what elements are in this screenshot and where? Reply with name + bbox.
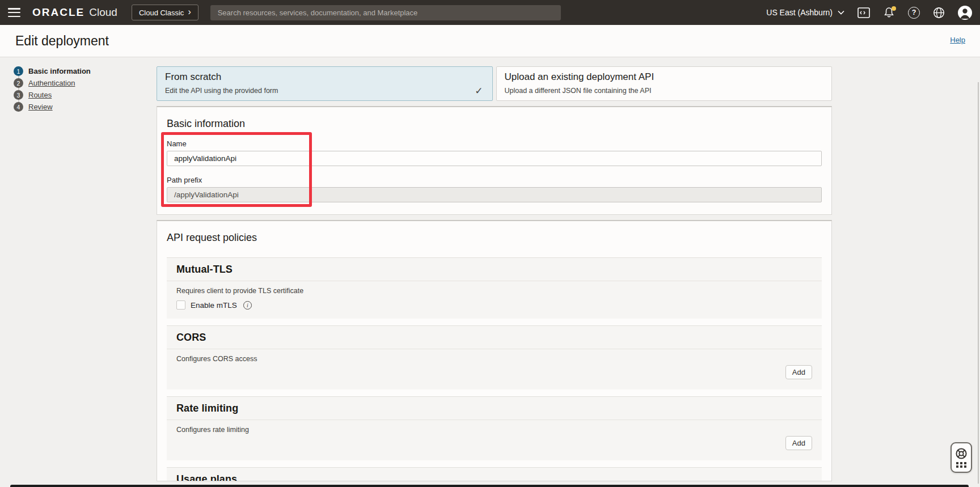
policy-body: Configures rate limiting Add (167, 420, 822, 460)
api-request-policies-section: API request policies Mutual-TLS Requires… (157, 220, 832, 481)
step-number-badge: 1 (14, 66, 23, 76)
policy-title: CORS (167, 326, 822, 349)
page-title: Edit deployment (15, 33, 109, 49)
brand-oracle: ORACLE (32, 6, 85, 19)
info-glyph: i (247, 302, 248, 308)
hamburger-menu-icon[interactable] (8, 8, 20, 17)
oracle-cloud-logo[interactable]: ORACLE Cloud (32, 6, 117, 19)
card-title: From scratch (165, 71, 484, 83)
enable-mtls-checkbox[interactable] (176, 300, 185, 310)
policy-description: Configures rate limiting (176, 426, 812, 434)
chevron-right-icon: › (188, 7, 191, 16)
name-field-label: Name (167, 139, 822, 148)
step-number-badge: 4 (14, 102, 23, 112)
policy-title: Mutual-TLS (167, 258, 822, 281)
wizard-step-authentication[interactable]: 2 Authentication (14, 78, 91, 88)
life-ring-icon (955, 447, 968, 460)
basic-information-section: Basic information Name Path prefix (157, 106, 832, 215)
topbar: ORACLE Cloud Cloud Classic › US East (As… (0, 0, 980, 25)
grid-dots-icon (956, 462, 966, 468)
policy-cors: CORS Configures CORS access Add (167, 325, 822, 389)
globe-icon[interactable] (933, 7, 945, 19)
step-label: Routes (28, 91, 52, 99)
card-upload-existing-api[interactable]: Upload an existing deployment API Upload… (496, 66, 833, 101)
card-subtitle: Edit the API using the provided form (165, 87, 484, 95)
info-icon[interactable]: i (243, 301, 252, 310)
section-title: API request policies (167, 221, 822, 244)
window-bottom-edge (10, 485, 969, 487)
policy-usage-plans: Usage plans Configures usage plans Add (167, 467, 822, 481)
cloud-classic-button[interactable]: Cloud Classic › (132, 5, 198, 20)
policy-rate-limiting: Rate limiting Configures rate limiting A… (167, 396, 822, 460)
question-glyph: ? (912, 9, 916, 16)
path-prefix-input (167, 187, 822, 202)
name-input[interactable] (167, 151, 822, 166)
help-circle-icon[interactable]: ? (908, 7, 920, 19)
card-from-scratch[interactable]: From scratch Edit the API using the prov… (157, 66, 493, 101)
section-title: Basic information (167, 107, 822, 130)
creation-mode-cards: From scratch Edit the API using the prov… (157, 66, 832, 101)
enable-mtls-row: Enable mTLS i (176, 300, 812, 310)
policy-body: Configures CORS access Add (167, 349, 822, 389)
step-number-badge: 2 (14, 78, 23, 88)
region-label: US East (Ashburn) (766, 8, 833, 17)
selected-check-icon: ✓ (475, 85, 483, 97)
help-link[interactable]: Help (950, 36, 965, 44)
policy-body: Requires client to provide TLS certifica… (167, 281, 822, 319)
content-area: 1 Basic information 2 Authentication 3 R… (0, 57, 980, 487)
brand-cloud: Cloud (89, 6, 117, 19)
step-number-badge: 3 (14, 90, 23, 100)
wizard-steps: 1 Basic information 2 Authentication 3 R… (14, 66, 91, 114)
notifications-bell-icon[interactable] (883, 7, 895, 19)
scrollbar[interactable] (978, 82, 979, 484)
wizard-step-basic-information[interactable]: 1 Basic information (14, 66, 91, 76)
card-title: Upload an existing deployment API (505, 71, 824, 83)
topbar-right-group: US East (Ashburn) ? (766, 6, 972, 20)
policy-mutual-tls: Mutual-TLS Requires client to provide TL… (167, 257, 822, 319)
policy-description: Requires client to provide TLS certifica… (176, 287, 812, 295)
region-selector[interactable]: US East (Ashburn) (766, 8, 844, 17)
rate-limiting-add-button[interactable]: Add (785, 436, 812, 450)
cloud-classic-label: Cloud Classic (139, 9, 184, 17)
notification-dot (892, 6, 896, 11)
step-label: Authentication (28, 79, 75, 87)
step-label: Basic information (28, 67, 91, 75)
step-label: Review (28, 103, 53, 111)
path-prefix-label: Path prefix (167, 176, 822, 184)
enable-mtls-label: Enable mTLS (191, 301, 237, 310)
policy-title: Usage plans (167, 468, 822, 481)
search-input[interactable] (210, 5, 561, 20)
support-widget-button[interactable] (951, 442, 972, 473)
page-header: Edit deployment Help (0, 25, 980, 57)
card-subtitle: Upload a different JSON file containing … (505, 87, 824, 95)
wizard-step-review[interactable]: 4 Review (14, 102, 91, 112)
cloud-shell-icon[interactable] (858, 7, 870, 18)
policy-description: Configures CORS access (176, 355, 812, 363)
main-column: From scratch Edit the API using the prov… (157, 66, 832, 481)
cors-add-button[interactable]: Add (785, 365, 812, 379)
policy-title: Rate limiting (167, 397, 822, 420)
chevron-down-icon (838, 10, 844, 15)
wizard-step-routes[interactable]: 3 Routes (14, 90, 91, 100)
user-avatar[interactable] (958, 6, 972, 20)
